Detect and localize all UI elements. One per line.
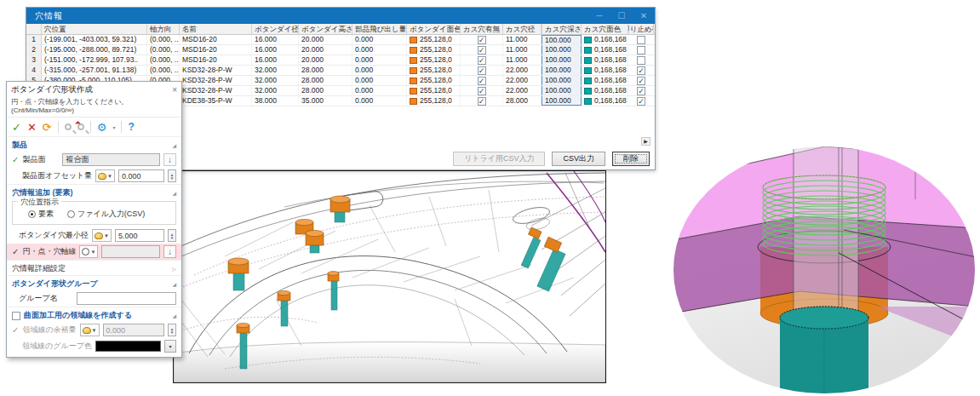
- scrap-hole-checkbox[interactable]: [478, 87, 486, 95]
- rotation-stop-checkbox[interactable]: [637, 87, 645, 95]
- csv-export-button[interactable]: CSV出力: [552, 152, 605, 166]
- dialog-titlebar[interactable]: ボタンダイ穴形状作成 ×: [7, 82, 181, 96]
- radio-element[interactable]: 要素: [28, 209, 54, 220]
- col-scrap-color[interactable]: カス穴面色: [582, 24, 628, 34]
- col-protrusion[interactable]: 部品飛び出し量: [352, 24, 407, 34]
- groupbox-label: 穴位置指示: [18, 197, 61, 208]
- detail-3d-view[interactable]: [672, 145, 977, 395]
- region-color-swatch[interactable]: [95, 341, 161, 352]
- margin-spinner[interactable]: ▴▾: [168, 324, 176, 336]
- scrap-hole-checkbox[interactable]: [478, 56, 486, 65]
- offset-input[interactable]: 0.000: [118, 169, 164, 182]
- maximize-button[interactable]: ☐: [610, 8, 633, 24]
- redo-icon[interactable]: ⟳: [43, 122, 52, 133]
- pick-face-arrow-button[interactable]: ↓: [163, 153, 176, 166]
- die-color-swatch: [410, 67, 417, 74]
- table-row[interactable]: 4(-315.000, -257.001, 91.138) (0.000, ..…: [26, 66, 655, 76]
- collapse-icon: ◢: [172, 313, 176, 319]
- region-color-label: 領域線のグループ色: [22, 341, 92, 352]
- table-row[interactable]: 1(-199.001, -403.003, 59.321) (0.000, ..…: [26, 35, 655, 45]
- confirm-icon[interactable]: ✓: [12, 122, 21, 133]
- group-name-input[interactable]: [77, 292, 176, 305]
- min-dia-input[interactable]: 5.000: [115, 229, 164, 242]
- hscroll-right-arrow[interactable]: ▶: [641, 137, 650, 146]
- zoom-search-icon[interactable]: [65, 123, 72, 130]
- col-scrap-dia[interactable]: カス穴径: [503, 24, 542, 34]
- margin-check-icon: ✓: [12, 326, 19, 335]
- hole-position-groupbox: 穴位置指示 要素 ファイル入力(CSV): [12, 201, 176, 225]
- offset-spinner[interactable]: ▴▾: [168, 169, 176, 182]
- col-die-dia[interactable]: ボタンダイ径: [252, 24, 299, 34]
- scrap-color-swatch: [584, 67, 592, 74]
- axis-pick-arrow-button[interactable]: ↓: [163, 245, 176, 258]
- rotation-stop-checkbox[interactable]: [637, 46, 645, 55]
- delete-button[interactable]: 削除: [612, 152, 650, 166]
- axis-check-icon: ✓: [12, 248, 19, 256]
- retry-csv-button[interactable]: リトライ用CSV入力: [453, 152, 545, 166]
- min-dia-mode-button[interactable]: ▼: [92, 229, 112, 242]
- die-color-swatch: [410, 98, 417, 105]
- offset-label: 製品面オフセット量: [22, 170, 92, 181]
- col-scrap-hole[interactable]: カス穴有無: [461, 24, 503, 34]
- cancel-icon[interactable]: ✕: [27, 122, 37, 133]
- window-titlebar[interactable]: 穴情報 ─ ☐ ✕: [26, 8, 655, 24]
- margin-mode-button[interactable]: ▼: [80, 324, 100, 336]
- section-detail-settings[interactable]: 穴情報詳細設定▷: [7, 260, 181, 275]
- col-position[interactable]: 穴位置: [42, 24, 147, 34]
- rotation-stop-checkbox[interactable]: [637, 36, 645, 44]
- scrap-hole-checkbox[interactable]: [478, 36, 486, 44]
- cad-viewport[interactable]: [173, 170, 606, 383]
- axis-input[interactable]: [101, 245, 160, 258]
- offset-mode-button[interactable]: ▼: [95, 169, 115, 182]
- section-die-shape-group[interactable]: ボタンダイ形状グループ◢: [7, 275, 181, 290]
- help-icon[interactable]: ?: [128, 122, 134, 133]
- group-name-label: グループ名: [19, 293, 58, 304]
- die-color-swatch: [410, 47, 417, 54]
- scrap-color-swatch: [584, 98, 592, 105]
- product-face-field[interactable]: 複合面: [62, 153, 160, 166]
- dialog-close-icon[interactable]: ×: [172, 86, 177, 95]
- col-rotation-stop[interactable]: 廻り止め有: [628, 24, 654, 34]
- rotation-stop-checkbox[interactable]: [637, 56, 645, 65]
- radio-file-input-csv[interactable]: ファイル入力(CSV): [67, 209, 145, 220]
- rotation-stop-checkbox[interactable]: [637, 66, 645, 75]
- solid-icon: [95, 232, 103, 239]
- col-axis[interactable]: 軸方向: [147, 24, 180, 34]
- section-product[interactable]: 製品◢: [7, 136, 181, 152]
- table-row[interactable]: 3(-151.000, -172.999, 107.93.. (0.000, .…: [26, 55, 655, 66]
- solid-icon: [98, 173, 106, 180]
- col-scrap-depth[interactable]: カス穴深さ: [542, 24, 582, 34]
- rotation-stop-checkbox[interactable]: [637, 97, 645, 106]
- window-title: 穴情報: [26, 10, 63, 22]
- settings-dropdown-icon[interactable]: ▾: [112, 124, 115, 130]
- die-color-swatch: [410, 37, 417, 43]
- close-button[interactable]: ✕: [633, 8, 655, 24]
- region-color-dropdown[interactable]: ▾: [164, 340, 176, 353]
- expand-icon: ▷: [172, 266, 176, 272]
- scrap-hole-checkbox[interactable]: [478, 97, 486, 106]
- min-dia-spinner[interactable]: ▴▾: [168, 229, 176, 242]
- collapse-icon: ◢: [172, 142, 176, 148]
- region-line-checkbox[interactable]: [12, 312, 20, 320]
- minimize-button[interactable]: ─: [588, 8, 610, 24]
- col-die-height[interactable]: ボタンダイ高さ: [299, 24, 352, 34]
- table-row[interactable]: 2(-195.000, -288.000, 89.721) (0.000, ..…: [26, 45, 655, 55]
- axis-entity-type-button[interactable]: ▼: [79, 245, 98, 258]
- scrap-hole-checkbox[interactable]: [478, 77, 486, 85]
- settings-gear-icon[interactable]: ⚙: [97, 122, 107, 133]
- scrap-hole-checkbox[interactable]: [478, 46, 486, 55]
- rotation-stop-checkbox[interactable]: [637, 77, 645, 85]
- wireframe-model: [174, 171, 605, 382]
- col-name[interactable]: 名前: [180, 24, 252, 34]
- collapse-icon: ◢: [172, 190, 176, 196]
- margin-input[interactable]: 0.000: [103, 324, 164, 336]
- die-detail-render: [672, 145, 977, 395]
- section-region-line[interactable]: 曲面加工用の領域線を作成する ◢: [7, 307, 181, 322]
- col-die-color[interactable]: ボタンダイ面色: [407, 24, 461, 34]
- scrap-hole-checkbox[interactable]: [478, 66, 486, 75]
- scrap-color-swatch: [584, 47, 592, 54]
- zoom-reset-icon[interactable]: [77, 123, 84, 130]
- die-color-swatch: [410, 77, 417, 84]
- die-color-swatch: [410, 88, 417, 95]
- dialog-instruction: 円・点・穴軸線を入力してください。(Cnt/Min/Max=0/0/∞): [7, 96, 181, 118]
